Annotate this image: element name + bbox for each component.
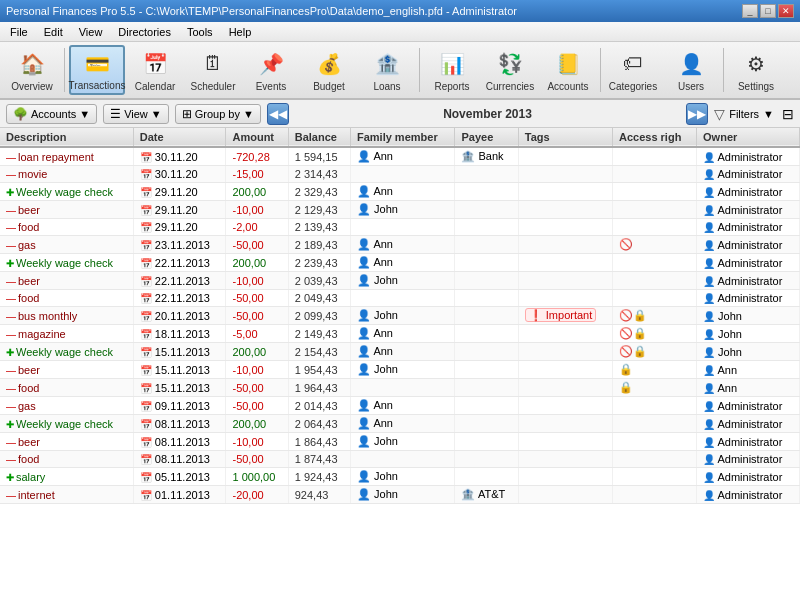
table-row[interactable]: —gas 📅 23.11.2013 -50,00 2 189,43 👤 Ann … — [0, 236, 800, 254]
toolbar-btn-users[interactable]: 👤Users — [663, 45, 719, 95]
table-row[interactable]: —beer 📅 08.11.2013 -10,00 1 864,43 👤 Joh… — [0, 433, 800, 451]
income-icon: ✚ — [6, 187, 14, 198]
date-cell: 📅 08.11.2013 — [133, 415, 226, 433]
prev-month-btn[interactable]: ◀◀ — [267, 103, 289, 125]
table-row[interactable]: ✚Weekly wage check 📅 15.11.2013 200,00 2… — [0, 343, 800, 361]
access-cell — [613, 486, 697, 504]
col-header-amount[interactable]: Amount — [226, 128, 288, 147]
member-cell — [350, 166, 454, 183]
col-header-access-righ[interactable]: Access righ — [613, 128, 697, 147]
table-row[interactable]: —bus monthly 📅 20.11.2013 -50,00 2 099,4… — [0, 307, 800, 325]
currencies-icon: 💱 — [494, 48, 526, 79]
toolbar-btn-categories[interactable]: 🏷Categories — [605, 45, 661, 95]
toolbar-btn-calendar[interactable]: 📅Calendar — [127, 45, 183, 95]
tags-cell — [518, 325, 612, 343]
table-row[interactable]: —gas 📅 09.11.2013 -50,00 2 014,43 👤 Ann … — [0, 397, 800, 415]
member-cell: 👤 John — [350, 486, 454, 504]
menu-item-edit[interactable]: Edit — [38, 25, 69, 39]
table-row[interactable]: —food 📅 22.11.2013 -50,00 2 049,43 👤 Adm… — [0, 290, 800, 307]
toolbar-separator — [600, 48, 601, 92]
access-cell — [613, 451, 697, 468]
table-row[interactable]: —beer 📅 22.11.2013 -10,00 2 039,43 👤 Joh… — [0, 272, 800, 290]
menu-item-tools[interactable]: Tools — [181, 25, 219, 39]
toolbar-btn-currencies[interactable]: 💱Currencies — [482, 45, 538, 95]
amount-cell: -50,00 — [226, 307, 288, 325]
accounts-dropdown[interactable]: 🌳 Accounts ▼ — [6, 104, 97, 124]
table-row[interactable]: —internet 📅 01.11.2013 -20,00 924,43 👤 J… — [0, 486, 800, 504]
filters-area: ▽ Filters ▼ ⊟ — [714, 106, 794, 122]
balance-cell: 1 924,43 — [288, 468, 350, 486]
table-row[interactable]: —beer 📅 29.11.20 -10,00 2 129,43 👤 John … — [0, 201, 800, 219]
payee-cell — [455, 468, 518, 486]
table-row[interactable]: ✚Weekly wage check 📅 22.11.2013 200,00 2… — [0, 254, 800, 272]
owner-cell: 👤 Administrator — [697, 433, 800, 451]
table-row[interactable]: —magazine 📅 18.11.2013 -5,00 2 149,43 👤 … — [0, 325, 800, 343]
member-cell: 👤 Ann — [350, 183, 454, 201]
access-cell — [613, 290, 697, 307]
tags-cell — [518, 415, 612, 433]
menu-item-directories[interactable]: Directories — [112, 25, 177, 39]
tags-cell — [518, 272, 612, 290]
owner-cell: 👤 Ann — [697, 379, 800, 397]
member-icon: 👤 — [357, 150, 371, 162]
amount-cell: -20,00 — [226, 486, 288, 504]
toolbar-btn-accounts[interactable]: 📒Accounts — [540, 45, 596, 95]
col-header-family-member[interactable]: Family member — [350, 128, 454, 147]
menu-item-help[interactable]: Help — [223, 25, 258, 39]
col-header-payee[interactable]: Payee — [455, 128, 518, 147]
table-row[interactable]: ✚Weekly wage check 📅 08.11.2013 200,00 2… — [0, 415, 800, 433]
table-row[interactable]: ✚Weekly wage check 📅 29.11.20 200,00 2 3… — [0, 183, 800, 201]
accounts-icon: 📒 — [552, 48, 584, 79]
toolbar-btn-loans[interactable]: 🏦Loans — [359, 45, 415, 95]
table-row[interactable]: —loan repayment 📅 30.11.20 -720,28 1 594… — [0, 147, 800, 166]
menu-item-file[interactable]: File — [4, 25, 34, 39]
balance-cell: 2 039,43 — [288, 272, 350, 290]
date-cell: 📅 22.11.2013 — [133, 290, 226, 307]
groupby-dropdown[interactable]: ⊞ Group by ▼ — [175, 104, 261, 124]
next-month-btn[interactable]: ▶▶ — [686, 103, 708, 125]
col-header-date[interactable]: Date — [133, 128, 226, 147]
toolbar-btn-scheduler[interactable]: 🗓Scheduler — [185, 45, 241, 95]
col-header-owner[interactable]: Owner — [697, 128, 800, 147]
date-cell: 📅 09.11.2013 — [133, 397, 226, 415]
col-header-balance[interactable]: Balance — [288, 128, 350, 147]
member-cell: 👤 Ann — [350, 147, 454, 166]
balance-cell: 2 049,43 — [288, 290, 350, 307]
expense-icon: — — [6, 329, 16, 340]
member-cell: 👤 Ann — [350, 254, 454, 272]
titlebar-controls[interactable]: _ □ ✕ — [742, 4, 794, 18]
columns-icon[interactable]: ⊟ — [782, 106, 794, 122]
menu-item-view[interactable]: View — [73, 25, 109, 39]
table-row[interactable]: —beer 📅 15.11.2013 -10,00 1 954,43 👤 Joh… — [0, 361, 800, 379]
toolbar-btn-reports[interactable]: 📊Reports — [424, 45, 480, 95]
close-btn[interactable]: ✕ — [778, 4, 794, 18]
toolbar-label-overview: Overview — [11, 81, 53, 92]
member-cell: 👤 Ann — [350, 415, 454, 433]
col-header-tags[interactable]: Tags — [518, 128, 612, 147]
filters-chevron: ▼ — [763, 108, 774, 120]
toolbar-btn-budget[interactable]: 💰Budget — [301, 45, 357, 95]
toolbar-btn-overview[interactable]: 🏠Overview — [4, 45, 60, 95]
balance-cell: 2 149,43 — [288, 325, 350, 343]
maximize-btn[interactable]: □ — [760, 4, 776, 18]
owner-cell: 👤 Administrator — [697, 486, 800, 504]
toolbar-btn-settings[interactable]: ⚙Settings — [728, 45, 784, 95]
desc-cell: —magazine — [0, 325, 133, 343]
toolbar-btn-events[interactable]: 📌Events — [243, 45, 299, 95]
date-cell: 📅 15.11.2013 — [133, 361, 226, 379]
toolbar-btn-transactions[interactable]: 💳Transactions — [69, 45, 125, 95]
table-row[interactable]: —food 📅 15.11.2013 -50,00 1 964,43 🔒 👤 A… — [0, 379, 800, 397]
table-row[interactable]: —food 📅 08.11.2013 -50,00 1 874,43 👤 Adm… — [0, 451, 800, 468]
toolbar-label-accounts: Accounts — [547, 81, 588, 92]
filters-label: Filters — [729, 108, 759, 120]
balance-cell: 2 314,43 — [288, 166, 350, 183]
amount-cell: 200,00 — [226, 254, 288, 272]
minimize-btn[interactable]: _ — [742, 4, 758, 18]
table-row[interactable]: —movie 📅 30.11.20 -15,00 2 314,43 👤 Admi… — [0, 166, 800, 183]
balance-cell: 924,43 — [288, 486, 350, 504]
view-dropdown[interactable]: ☰ View ▼ — [103, 104, 169, 124]
table-row[interactable]: —food 📅 29.11.20 -2,00 2 139,43 👤 Admini… — [0, 219, 800, 236]
col-header-description[interactable]: Description — [0, 128, 133, 147]
table-row[interactable]: ✚salary 📅 05.11.2013 1 000,00 1 924,43 👤… — [0, 468, 800, 486]
balance-cell: 2 154,43 — [288, 343, 350, 361]
